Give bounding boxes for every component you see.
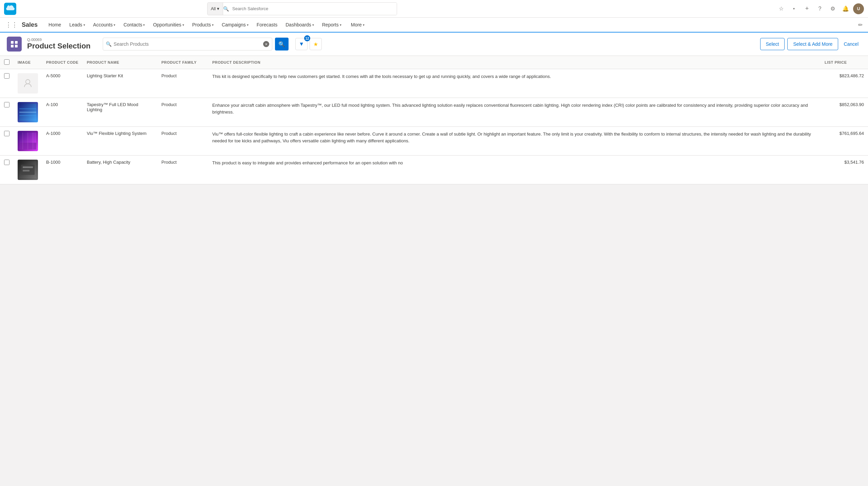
svg-rect-16 — [23, 166, 33, 168]
product-table: IMAGE PRODUCT CODE PRODUCT NAME PRODUCT … — [0, 56, 868, 184]
svg-rect-3 — [15, 45, 18, 47]
cancel-button[interactable]: Cancel — [841, 41, 861, 47]
svg-point-4 — [26, 80, 30, 84]
row-1-family: Product — [157, 69, 208, 98]
row-1-code: A-5000 — [42, 69, 83, 98]
row-3-checkbox-cell — [0, 127, 14, 156]
nav-campaigns[interactable]: Campaigns ▾ — [218, 18, 253, 33]
campaigns-chevron-icon: ▾ — [247, 23, 249, 27]
star-filter-button[interactable]: ★ — [310, 38, 322, 50]
table-row: B-1000 Battery, High Capacity Product Th… — [0, 156, 868, 184]
row-4-checkbox-cell — [0, 156, 14, 184]
row-2-checkbox[interactable] — [4, 102, 9, 107]
app-grid-icon[interactable]: ⋮⋮ — [5, 21, 18, 28]
nav-more[interactable]: More ▾ — [347, 18, 369, 33]
filter-controls: ▼ 12 ★ — [295, 38, 322, 50]
product-search-icon: 🔍 — [106, 41, 112, 47]
nav-leads[interactable]: Leads ▾ — [65, 18, 89, 33]
search-all-button[interactable]: All ▾ — [208, 3, 223, 15]
opportunities-chevron-icon: ▾ — [182, 23, 184, 27]
search-go-button[interactable]: 🔍 — [275, 38, 289, 50]
search-area: 🔍 ✕ 🔍 ▼ 12 ★ — [103, 38, 748, 50]
col-list-price: LIST PRICE — [821, 56, 868, 69]
page-header: Q-00069 Product Selection 🔍 ✕ 🔍 ▼ 12 — [0, 33, 868, 56]
products-chevron-icon: ▾ — [212, 23, 214, 27]
global-search-bar: All ▾ 🔍 — [207, 2, 397, 15]
add-icon[interactable]: + — [802, 3, 812, 14]
row-4-family: Product — [157, 156, 208, 184]
settings-icon[interactable]: ⚙ — [827, 3, 838, 14]
table-row: A-1000 Viu™ Flexible Lighting System Pro… — [0, 127, 868, 156]
table-scroll-container: IMAGE PRODUCT CODE PRODUCT NAME PRODUCT … — [0, 56, 868, 184]
row-3-family: Product — [157, 127, 208, 156]
favorites-dropdown-icon[interactable]: ▾ — [789, 3, 800, 14]
row-1-image-cell — [14, 69, 42, 98]
select-button[interactable]: Select — [760, 38, 785, 50]
row-4-image — [18, 160, 38, 180]
nav-dashboards[interactable]: Dashboards ▾ — [281, 18, 318, 33]
row-4-price: $3,541.76 — [821, 156, 868, 184]
nav-forecasts[interactable]: Forecasts — [253, 18, 281, 33]
more-chevron-icon: ▾ — [363, 23, 364, 27]
help-icon[interactable]: ? — [814, 3, 825, 14]
salesforce-logo — [4, 3, 16, 15]
row-3-price: $761,695.64 — [821, 127, 868, 156]
nav-contacts[interactable]: Contacts ▾ — [119, 18, 149, 33]
select-add-more-button[interactable]: Select & Add More — [787, 38, 838, 50]
app-name: Sales — [22, 21, 38, 28]
nav-accounts[interactable]: Accounts ▾ — [89, 18, 120, 33]
nav-opportunities[interactable]: Opportunities ▾ — [149, 18, 188, 33]
row-3-checkbox[interactable] — [4, 131, 9, 136]
row-2-price: $852,063.90 — [821, 98, 868, 127]
accounts-chevron-icon: ▾ — [114, 23, 115, 27]
row-4-description: This product is easy to integrate and pr… — [208, 156, 821, 184]
notifications-icon[interactable]: 🔔 — [840, 3, 851, 14]
row-2-checkbox-cell — [0, 98, 14, 127]
col-image: IMAGE — [14, 56, 42, 69]
table-header: IMAGE PRODUCT CODE PRODUCT NAME PRODUCT … — [0, 56, 868, 69]
row-4-code: B-1000 — [42, 156, 83, 184]
row-2-name: Tapestry™ Full LED Mood Lighting — [83, 98, 157, 127]
table-row: A-100 Tapestry™ Full LED Mood Lighting P… — [0, 98, 868, 127]
col-product-name: PRODUCT NAME — [83, 56, 157, 69]
action-buttons: Select Select & Add More Cancel — [760, 38, 861, 50]
row-4-name: Battery, High Capacity — [83, 156, 157, 184]
product-table-body: A-5000 Lighting Starter Kit Product This… — [0, 69, 868, 184]
row-1-checkbox[interactable] — [4, 73, 9, 79]
search-icon: 🔍 — [223, 6, 229, 12]
row-2-image-cell — [14, 98, 42, 127]
nav-products[interactable]: Products ▾ — [188, 18, 218, 33]
search-all-label: All — [211, 6, 216, 11]
page-title: Product Selection — [27, 42, 91, 50]
avatar[interactable]: U — [853, 3, 864, 14]
row-3-image-cell — [14, 127, 42, 156]
filter-badge-wrap: ▼ 12 — [295, 38, 308, 50]
row-4-image-cell — [14, 156, 42, 184]
nav-home[interactable]: Home — [44, 17, 65, 32]
dashboards-chevron-icon: ▾ — [312, 23, 314, 27]
row-4-checkbox[interactable] — [4, 160, 9, 165]
row-3-code: A-1000 — [42, 127, 83, 156]
svg-rect-2 — [11, 45, 14, 47]
filter-icon: ▼ — [299, 41, 304, 47]
favorites-icon[interactable]: ☆ — [776, 3, 787, 14]
row-1-checkbox-cell — [0, 69, 14, 98]
top-nav: All ▾ 🔍 ☆ ▾ + ? ⚙ 🔔 U — [0, 0, 868, 18]
leads-chevron-icon: ▾ — [83, 23, 85, 27]
row-2-family: Product — [157, 98, 208, 127]
row-2-description: Enhance your aircraft cabin atmosphere w… — [208, 98, 821, 127]
search-go-icon: 🔍 — [278, 41, 285, 47]
select-all-header — [0, 56, 14, 69]
product-search-input[interactable] — [114, 41, 261, 47]
search-clear-button[interactable]: ✕ — [263, 41, 269, 47]
select-all-checkbox[interactable] — [4, 59, 9, 65]
app-nav: ⋮⋮ Sales Home Leads ▾ Accounts ▾ Contact… — [0, 18, 868, 33]
page-title-block: Q-00069 Product Selection — [27, 38, 91, 50]
nav-edit-icon[interactable]: ✏ — [858, 22, 863, 28]
nav-reports[interactable]: Reports ▾ — [318, 18, 346, 33]
col-product-family: PRODUCT FAMILY — [157, 56, 208, 69]
row-2-code: A-100 — [42, 98, 83, 127]
row-1-description: This kit is designed specifically to hel… — [208, 69, 821, 98]
reports-chevron-icon: ▾ — [340, 23, 341, 27]
global-search-input[interactable] — [229, 3, 397, 15]
